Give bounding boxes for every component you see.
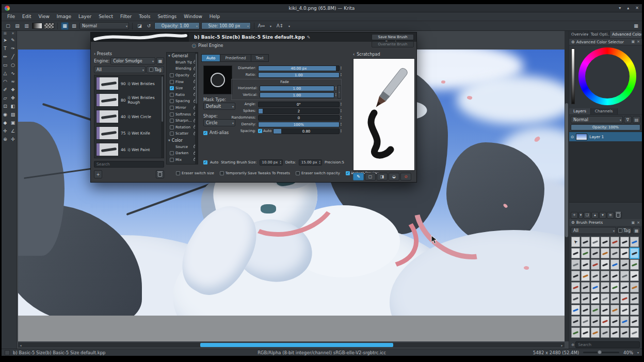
multibrush-tool-icon[interactable]: ❖ [9, 86, 17, 93]
brush-preset-thumbnail[interactable] [630, 316, 639, 326]
tab-auto[interactable]: Auto [201, 54, 220, 62]
option-group-general[interactable]: ▼General [167, 53, 198, 59]
size-slider[interactable]: Size: 100.00 px▾ [201, 22, 251, 29]
tab-predefined[interactable]: Predefined [220, 54, 251, 62]
option-mix[interactable]: Mix [167, 157, 198, 163]
brush-preset-thumbnail[interactable] [581, 316, 590, 326]
dock-tab-tool-options[interactable]: Tool Opti... [589, 31, 610, 38]
tag-button[interactable]: Tag [147, 66, 164, 73]
preset-chooser-icon[interactable]: ▦ [156, 57, 164, 64]
ratio-slider[interactable]: 1.00 [258, 72, 340, 78]
enclose-fill-tool-icon[interactable]: ▣ [9, 119, 17, 126]
layer-visibility-icon[interactable]: ⊙ [571, 135, 574, 139]
preset-filter-combo[interactable]: All▾ [571, 227, 616, 234]
blend-mode-combo[interactable]: Normal▾ [79, 22, 129, 29]
brush-preset-thumbnail[interactable] [591, 305, 600, 315]
dock-tab-advanced-color[interactable]: Advanced Color... [610, 31, 642, 38]
option-checkbox[interactable] [170, 73, 174, 77]
brush-preset-thumbnail[interactable] [610, 248, 619, 258]
dock-tab-overview[interactable]: Overview [569, 31, 589, 38]
delta-spinbox[interactable]: 15.00 px▴▾ [299, 159, 322, 166]
brush-preset-thumbnail[interactable] [601, 316, 609, 326]
brush-preset-thumbnail[interactable] [620, 293, 629, 304]
brush-preset-thumbnail[interactable] [601, 237, 609, 247]
brush-preset-thumbnail[interactable] [581, 282, 590, 292]
shape-combo[interactable]: Circle▾ [203, 119, 235, 126]
save-new-preset-button[interactable]: Save New Brush Preset... [372, 34, 414, 40]
brush-preset-thumbnail[interactable] [571, 327, 580, 338]
mirror-vertical-icon[interactable]: A↕ [276, 22, 284, 30]
gradient-tool-icon[interactable]: ◧ [9, 102, 17, 110]
diameter-spinner[interactable]: ▴▾ [341, 66, 342, 70]
brush-preset-thumbnail[interactable] [581, 259, 590, 270]
brush-preset-thumbnail[interactable] [601, 305, 609, 315]
brush-preset-thumbnail[interactable] [591, 327, 600, 338]
zoom-caret-icon[interactable]: ▾ [637, 351, 639, 354]
footer-check-temporarily-save-tweaks-to-presets[interactable]: Temporarily Save Tweaks To Presets [220, 171, 290, 175]
menu-image[interactable]: Image [53, 13, 75, 20]
brush-preset-thumbnail[interactable] [571, 316, 580, 326]
polygon-tool-icon[interactable]: △ [2, 69, 9, 77]
brush-preset-thumbnail[interactable] [630, 282, 639, 292]
close-dock-icon[interactable]: ✕ [11, 31, 14, 36]
option-scatter[interactable]: Scatter [167, 130, 198, 137]
fade-vertical-spinner[interactable]: ▴▾ [335, 93, 336, 97]
options-scrollbar[interactable] [195, 53, 198, 164]
brush-preset-thumbnail[interactable] [630, 327, 639, 338]
layer-filter-icon[interactable]: ∇ [624, 116, 632, 123]
scratchpad-canvas[interactable] [353, 58, 415, 171]
brush-preset-thumbnail[interactable] [591, 282, 600, 292]
brush-preset-thumbnail[interactable] [620, 271, 629, 281]
scroll-left-icon[interactable]: ◂ [18, 343, 23, 347]
angle-spinner[interactable]: ▴▾ [341, 102, 342, 106]
mirror-horizontal-caret-icon[interactable]: ▾ [267, 22, 275, 30]
engine-radio[interactable] [192, 44, 196, 48]
spacing-auto-checkbox[interactable]: ✓ [258, 129, 262, 133]
preset-tag-filter-combo[interactable]: All▾ [94, 66, 146, 73]
mirror-horizontal-icon[interactable]: A↔ [257, 22, 265, 30]
brush-preset-thumbnail[interactable] [591, 271, 600, 281]
choose-workspace-icon[interactable]: ▧ [70, 22, 78, 30]
brush-preset-thumbnail[interactable] [601, 259, 609, 270]
starting-brush-size-spinbox[interactable]: 10.00 px▴▾ [260, 159, 283, 166]
polyline-tool-icon[interactable]: ∿ [9, 69, 17, 77]
shade-strip[interactable] [571, 48, 575, 104]
brush-preset-thumbnail[interactable] [610, 305, 619, 315]
option-sharpn[interactable]: Sharpn... [167, 118, 198, 124]
angle-slider[interactable]: 0° [258, 102, 340, 107]
brush-preset-thumbnail[interactable] [620, 259, 629, 270]
zoom-slider[interactable] [583, 352, 619, 353]
brush-preset-thumbnail[interactable] [581, 237, 590, 247]
float-docker-icon[interactable]: ▣ [632, 40, 635, 44]
preset-row[interactable]: 46 i) Wet Paint [94, 141, 164, 158]
brush-preset-thumbnail[interactable] [620, 316, 629, 326]
pattern-preview[interactable] [44, 23, 54, 29]
add-layer-icon[interactable]: + [571, 212, 578, 219]
pan-tool-icon[interactable]: ✢ [9, 135, 17, 143]
brush-preset-thumbnail[interactable] [581, 293, 590, 304]
menu-settings[interactable]: Settings [154, 13, 180, 20]
brush-preset-thumbnail[interactable] [630, 293, 639, 304]
auto-size-checkbox[interactable]: ✓ [203, 160, 207, 164]
brush-preset-thumbnail[interactable] [571, 282, 580, 292]
option-checkbox[interactable] [170, 106, 174, 110]
spikes-slider[interactable]: 2 [258, 108, 340, 114]
brush-preset-thumbnail[interactable] [601, 327, 609, 338]
move-tool-icon[interactable]: ✥ [9, 94, 17, 102]
edit-brush-settings-icon[interactable]: ▦ [61, 22, 69, 30]
preset-search-input[interactable] [94, 161, 164, 168]
option-checkbox[interactable] [170, 158, 174, 162]
brush-preset-thumbnail[interactable] [601, 248, 609, 258]
brush-preset-thumbnail[interactable] [591, 248, 600, 258]
option-flow[interactable]: Flow [167, 78, 198, 85]
brush-preset-thumbnail[interactable] [630, 248, 639, 258]
preset-row[interactable]: 90 i) Wet Bristles [94, 75, 164, 92]
option-checkbox[interactable] [170, 112, 174, 117]
menu-edit[interactable]: Edit [19, 13, 35, 20]
menu-view[interactable]: View [35, 13, 53, 20]
option-ratio[interactable]: Ratio [167, 92, 198, 98]
layer-blend-combo[interactable]: Normal▾ [571, 116, 623, 123]
brush-preset-thumbnail[interactable] [620, 237, 629, 247]
add-layer-caret-icon[interactable]: ▾ [578, 212, 583, 219]
footer-check-eraser-switch-size[interactable]: Eraser switch size [176, 171, 214, 175]
